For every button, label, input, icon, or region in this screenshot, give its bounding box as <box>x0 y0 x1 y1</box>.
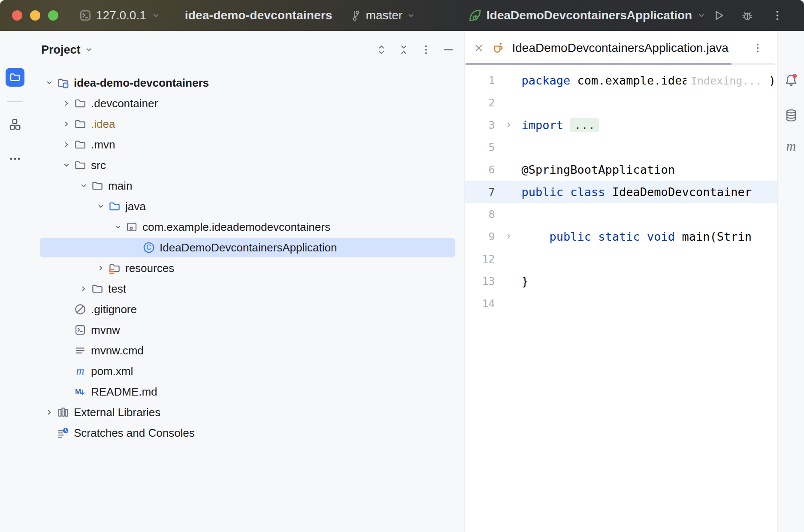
chevron-down-icon[interactable] <box>94 200 108 213</box>
hide-panel-button[interactable] <box>442 43 455 56</box>
chevron-down-icon[interactable] <box>42 76 57 89</box>
project-view-selector[interactable]: Project <box>41 43 94 57</box>
minimize-window-button[interactable] <box>30 10 40 21</box>
tree-row[interactable]: .devcontainer <box>30 93 464 114</box>
close-window-button[interactable] <box>12 10 22 21</box>
tree-row[interactable]: CIdeaDemoDevcontainersApplication <box>30 237 464 258</box>
panel-options-button[interactable] <box>420 43 432 56</box>
code-line[interactable]: 1package com.example.ideadIndexing... ) <box>465 69 778 91</box>
folder-icon <box>74 118 87 130</box>
editor-tab-bar: IdeaDemoDevcontainersApplication.java <box>465 31 778 65</box>
remote-host-label: 127.0.0.1 <box>96 9 146 22</box>
svg-text:m: m <box>76 365 85 377</box>
project-widget[interactable]: idea-demo-devcontainers <box>185 9 332 22</box>
chevron-down-icon[interactable] <box>76 179 91 192</box>
fold-chevron-icon[interactable] <box>503 231 514 242</box>
tree-row-label: test <box>108 282 126 296</box>
project-panel-header: Project <box>30 31 464 69</box>
tree-row-label: com.example.ideademodevcontainers <box>142 221 330 234</box>
tree-row[interactable]: com.example.ideademodevcontainers <box>30 217 464 237</box>
chevron-right-icon[interactable] <box>59 97 74 110</box>
code-area[interactable]: 1package com.example.ideadIndexing... )2… <box>465 65 778 532</box>
code-line[interactable]: 3import ... <box>465 114 778 136</box>
fold-chevron-icon[interactable] <box>503 119 514 130</box>
tree-row[interactable]: mvnw <box>30 320 464 340</box>
chevron-down-icon <box>151 10 161 21</box>
code-line[interactable]: 6@SpringBootApplication <box>465 158 778 181</box>
tree-row[interactable]: mpom.xml <box>30 361 464 381</box>
expand-all-button[interactable] <box>375 43 388 56</box>
tree-row[interactable]: java <box>30 196 464 217</box>
tree-row[interactable]: test <box>30 278 464 299</box>
tree-row[interactable]: .mvn <box>30 134 464 155</box>
tab-options-button[interactable] <box>751 41 765 55</box>
chevron-right-icon[interactable] <box>59 138 74 151</box>
line-number: 8 <box>465 208 519 221</box>
editor-tab[interactable]: IdeaDemoDevcontainersApplication.java <box>465 31 728 65</box>
project-tool-button[interactable] <box>6 68 24 87</box>
collapse-all-button[interactable] <box>397 43 410 56</box>
markdown-icon: M <box>74 385 87 398</box>
kebab-menu-icon <box>752 42 764 54</box>
ide-window: 127.0.0.1 idea-demo-devcontainers master… <box>0 0 804 532</box>
project-panel-title: Project <box>41 43 81 57</box>
tree-row[interactable]: .gitignore <box>30 299 464 320</box>
tree-row[interactable]: MREADME.md <box>30 381 464 402</box>
tree-row[interactable]: idea-demo-devcontainers <box>30 73 464 93</box>
code-line[interactable]: 14 <box>465 292 778 314</box>
chevron-down-icon[interactable] <box>111 221 125 233</box>
notifications-button[interactable] <box>782 71 801 90</box>
tree-row-label: main <box>108 179 132 193</box>
tree-row[interactable]: External Libraries <box>30 402 464 423</box>
kebab-menu-icon <box>420 44 432 56</box>
titlebar-more-button[interactable] <box>769 7 786 24</box>
code-line[interactable]: 2 <box>465 91 778 114</box>
code-line[interactable]: 9 public static void main(Strin <box>465 225 778 248</box>
code-line[interactable]: 12 <box>465 248 778 270</box>
tree-row[interactable]: src <box>30 155 464 175</box>
code-line[interactable]: 5 <box>465 136 778 158</box>
line-number: 9 <box>465 230 519 243</box>
chevron-right-icon[interactable] <box>94 262 108 275</box>
tree-row[interactable]: mvnw.cmd <box>30 340 464 361</box>
project-name-label: idea-demo-devcontainers <box>185 9 332 22</box>
line-number: 14 <box>465 297 519 310</box>
line-number: 6 <box>465 163 519 176</box>
svg-text:M: M <box>75 388 81 396</box>
debug-button[interactable] <box>739 7 756 24</box>
vcs-widget[interactable]: master <box>350 9 417 22</box>
tree-row[interactable]: .idea <box>30 114 464 134</box>
line-number: 7 <box>465 186 519 198</box>
chevron-right-icon[interactable] <box>59 118 74 130</box>
spring-boot-leaf-icon <box>468 8 482 23</box>
left-tool-rail <box>0 31 30 532</box>
folder-icon <box>74 97 87 110</box>
line-number: 1 <box>465 74 519 87</box>
zoom-window-button[interactable] <box>48 10 58 21</box>
tree-row[interactable]: main <box>30 175 464 196</box>
project-panel: Project idea-demo-devcontainers.devconta… <box>30 31 465 532</box>
structure-tool-button[interactable] <box>6 115 24 134</box>
run-button[interactable] <box>710 7 727 24</box>
maven-panel-button[interactable]: m <box>782 137 801 156</box>
rail-divider <box>7 101 23 102</box>
code-line[interactable]: 13} <box>465 270 778 292</box>
tab-title: IdeaDemoDevcontainersApplication.java <box>512 41 728 55</box>
chevron-down-icon[interactable] <box>59 159 74 172</box>
chevron-right-icon[interactable] <box>76 282 91 295</box>
remote-host-selector[interactable]: 127.0.0.1 <box>79 9 161 22</box>
tree-row[interactable]: Scratches and Consoles <box>30 423 464 443</box>
code-line[interactable]: 8 <box>465 203 778 225</box>
more-tools-button[interactable] <box>6 149 24 168</box>
folder-icon <box>74 138 87 151</box>
tree-row-label: .mvn <box>91 138 115 151</box>
run-configuration-selector[interactable]: IdeaDemoDevcontainersApplication <box>468 0 707 31</box>
code-text: public static void main(Strin <box>519 230 752 243</box>
code-line[interactable]: 7public class IdeaDemoDevcontainer <box>465 181 778 203</box>
close-tab-button[interactable] <box>473 42 485 54</box>
tree-row[interactable]: resources <box>30 258 464 278</box>
folded-region[interactable]: ... <box>570 118 599 132</box>
database-button[interactable] <box>782 106 801 125</box>
line-number: 2 <box>465 97 519 109</box>
chevron-right-icon[interactable] <box>42 406 57 419</box>
